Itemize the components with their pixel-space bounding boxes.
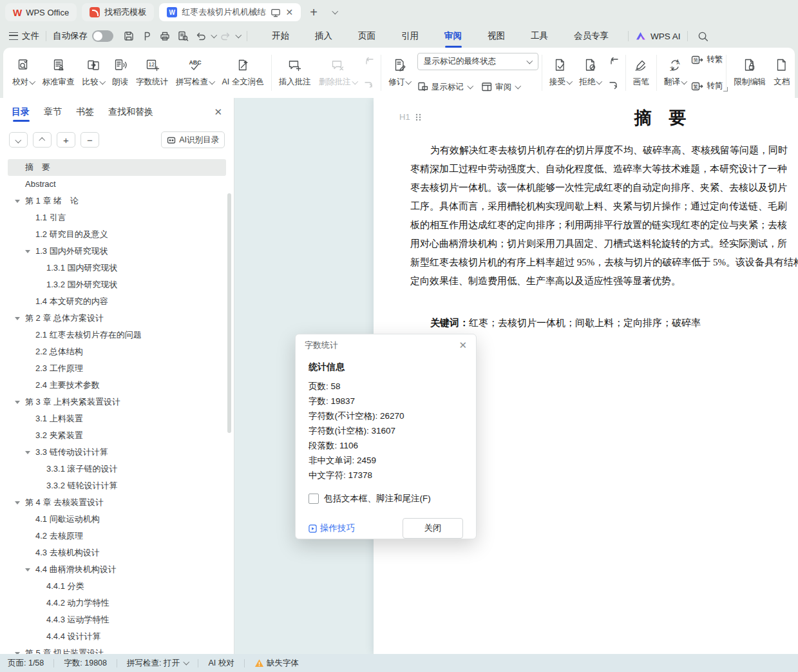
close-pane-icon[interactable]: ✕ <box>214 106 222 122</box>
close-dialog-button[interactable]: 关闭 <box>403 518 463 539</box>
toc-item[interactable]: 2.4 主要技术参数 <box>8 377 226 394</box>
tab-list-dropdown[interactable] <box>327 5 342 20</box>
restrict-editing-button[interactable]: 限制编辑 <box>730 52 770 94</box>
missing-font-warning[interactable]: 缺失字体 <box>254 658 299 669</box>
sidebar-scrollbar-thumb[interactable] <box>227 193 231 433</box>
toc-expand-arrow[interactable] <box>25 568 30 571</box>
toc-item[interactable]: 摘 要 <box>8 159 226 176</box>
undo-button[interactable] <box>193 28 209 44</box>
toc-expand-arrow[interactable] <box>25 451 30 454</box>
wps-ai-button[interactable]: WPS AI <box>635 30 681 42</box>
toc-item[interactable]: 第 1 章 绪 论 <box>8 193 226 209</box>
word-count-indicator[interactable]: 字数: 19808 <box>64 658 107 669</box>
spell-check-button[interactable]: ABC 拼写检查 <box>172 52 218 94</box>
toc-item[interactable]: 3.3 链传动设计计算 <box>8 444 226 461</box>
tab-toc[interactable]: 目录 <box>12 106 30 122</box>
drag-handle-icon[interactable] <box>415 113 422 122</box>
zoom-out-outline-button[interactable]: − <box>81 132 99 148</box>
toc-item[interactable]: 4.1 间歇运动机构 <box>8 511 226 528</box>
toc-item[interactable]: 4.4 曲柄滑块机构设计 <box>8 561 226 578</box>
redo-button[interactable] <box>217 28 234 44</box>
tab-chapters[interactable]: 章节 <box>44 106 62 122</box>
toc-item[interactable]: 4.4.1 分类 <box>8 578 226 595</box>
tab-wps-office[interactable]: W WPS Office <box>5 3 77 21</box>
menu-tab-page[interactable]: 页面 <box>357 26 377 46</box>
tab-document[interactable]: W 红枣去核切片机机械结构设计 ✕ <box>159 3 301 21</box>
toc-item[interactable]: 第 5 章 切片装置设计 <box>8 645 226 654</box>
expand-all-button[interactable] <box>9 132 28 148</box>
file-menu[interactable]: 文件 <box>22 30 39 42</box>
accept-changes-button[interactable]: 接受 <box>546 52 576 94</box>
toc-expand-arrow[interactable] <box>15 401 20 404</box>
toc-item[interactable]: 1.3 国内外研究现状 <box>8 243 226 260</box>
menu-tab-tools[interactable]: 工具 <box>529 26 549 46</box>
toc-item[interactable]: 3.3.1 滚子链的设计 <box>8 461 226 477</box>
delete-comment-button[interactable]: 删除批注 <box>315 52 361 94</box>
new-tab-button[interactable]: + <box>306 5 321 20</box>
toc-item[interactable]: 3.1 上料装置 <box>8 410 226 427</box>
next-comment-button[interactable] <box>361 77 377 92</box>
toc-expand-arrow[interactable] <box>15 317 20 320</box>
toc-item[interactable]: 第 2 章 总体方案设计 <box>8 310 226 327</box>
print-preview-button[interactable] <box>175 28 191 44</box>
export-pdf-button[interactable] <box>138 28 155 44</box>
track-changes-button[interactable]: 修订 <box>385 52 415 94</box>
toc-expand-arrow[interactable] <box>25 250 30 253</box>
ai-recognize-toc-button[interactable]: AI识别目录 <box>161 131 225 148</box>
toc-item[interactable]: 2.3 工作原理 <box>8 360 226 377</box>
share-screen-icon[interactable] <box>271 8 281 17</box>
tab-find-replace[interactable]: 查找和替换 <box>108 106 153 122</box>
collapse-all-button[interactable] <box>33 132 52 148</box>
toc-item[interactable]: 1.4 本文研究的内容 <box>8 293 226 310</box>
document-permission-button[interactable]: 文档 <box>770 52 793 94</box>
search-icon[interactable] <box>695 28 712 44</box>
toc-item[interactable]: 1.3.1 国内研究现状 <box>8 260 226 276</box>
next-change-button[interactable] <box>605 77 622 92</box>
tab-bookmarks[interactable]: 书签 <box>76 106 94 122</box>
toc-expand-arrow[interactable] <box>15 501 20 504</box>
review-pane-button[interactable]: 审阅 <box>481 81 520 93</box>
print-button[interactable] <box>157 28 173 44</box>
toc-item[interactable]: 4.2 去核原理 <box>8 528 226 544</box>
redo-dropdown-icon[interactable] <box>235 32 241 38</box>
previous-comment-button[interactable] <box>361 53 377 69</box>
checkbox[interactable] <box>309 494 319 504</box>
autosave-toggle[interactable] <box>92 30 113 42</box>
menu-tab-insert[interactable]: 插入 <box>314 26 334 46</box>
compare-button[interactable]: 比较 <box>79 52 109 94</box>
toc-item[interactable]: 3.2 夹紧装置 <box>8 427 226 444</box>
toc-item[interactable]: 1.1 引言 <box>8 209 226 226</box>
word-count-button[interactable]: 12 字数统计 <box>132 52 172 94</box>
ink-brush-button[interactable]: 画笔 <box>629 52 653 94</box>
spell-check-status[interactable]: 拼写检查: 打开 <box>127 658 188 669</box>
ai-polish-button[interactable]: AI 全文润色 <box>218 52 268 94</box>
translate-button[interactable]: 文 A 翻译 <box>660 52 690 94</box>
toc-item[interactable]: 4.4.2 动力学特性 <box>8 595 226 611</box>
zoom-in-outline-button[interactable]: + <box>57 132 75 148</box>
previous-change-button[interactable] <box>605 53 622 69</box>
undo-dropdown-icon[interactable] <box>211 32 217 38</box>
menu-tab-member[interactable]: 会员专享 <box>573 26 610 46</box>
to-traditional-button[interactable]: 简 转繁 <box>691 54 723 65</box>
toc-item[interactable]: 2.2 总体结构 <box>8 343 226 360</box>
reject-changes-button[interactable]: 拒绝 <box>575 52 605 94</box>
show-markup-button[interactable]: 显示标记 <box>417 81 473 93</box>
menu-tab-reference[interactable]: 引用 <box>400 26 420 46</box>
insert-comment-button[interactable]: 插入批注 <box>275 52 315 94</box>
markup-state-select[interactable]: 显示标记的最终状态 <box>417 53 538 70</box>
menu-tab-view[interactable]: 视图 <box>486 26 506 46</box>
toc-item[interactable]: 4.4.3 运动学特性 <box>8 611 226 628</box>
menu-tab-review[interactable]: 审阅 <box>443 26 463 46</box>
toc-expand-arrow[interactable] <box>15 200 20 203</box>
tab-templates[interactable]: 找稻壳模板 <box>82 3 154 21</box>
to-simplified-button[interactable]: 繁 转简 <box>691 81 723 91</box>
toc-item[interactable]: 4.3 去核机构设计 <box>8 544 226 561</box>
toc-item[interactable]: 2.1 红枣去核切片存在的问题 <box>8 327 226 343</box>
read-aloud-button[interactable]: 朗读 <box>108 52 132 94</box>
toc-item[interactable]: 第 3 章 上料夹紧装置设计 <box>8 394 226 410</box>
toc-item[interactable]: 第 4 章 去核装置设计 <box>8 494 226 511</box>
proofread-button[interactable]: 校对 <box>8 52 39 94</box>
menu-tab-home[interactable]: 开始 <box>271 26 290 46</box>
tips-link[interactable]: 操作技巧 <box>309 523 355 534</box>
standard-review-button[interactable]: 标准审查 <box>39 52 79 94</box>
